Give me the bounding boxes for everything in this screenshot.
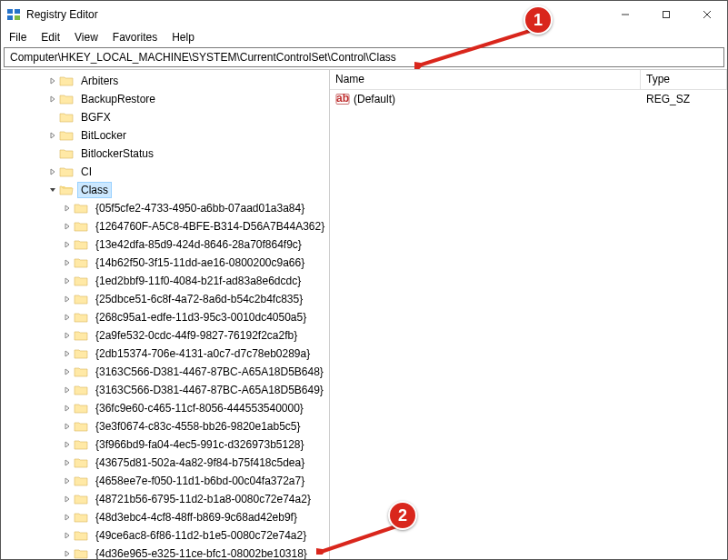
menu-favorites[interactable]: Favorites: [106, 29, 164, 45]
tree-node[interactable]: {268c95a1-edfe-11d3-95c3-0010dc4050a5}: [3, 308, 329, 326]
tree-node[interactable]: {3163C566-D381-4467-87BC-A65A18D5B649}: [3, 381, 329, 399]
tree-node[interactable]: {43675d81-502a-4a82-9f84-b75f418c5dea}: [3, 454, 329, 472]
annotation-badge-1: 1: [524, 5, 553, 35]
chevron-right-icon[interactable]: [61, 405, 74, 412]
tree-node[interactable]: Arbiters: [3, 72, 329, 90]
annotation-badge-2: 2: [388, 501, 417, 530]
chevron-right-icon[interactable]: [46, 77, 59, 85]
tree-node[interactable]: {4658ee7e-f050-11d1-b6bd-00c04fa372a7}: [3, 472, 329, 490]
folder-icon: [74, 420, 88, 433]
tree-node[interactable]: BGFX: [3, 108, 329, 126]
window-controls: [604, 1, 727, 28]
folder-icon: [74, 202, 88, 215]
titlebar: Registry Editor: [1, 1, 727, 28]
tree-node-label: {36fc9e60-c465-11cf-8056-444553540000}: [92, 400, 307, 416]
chevron-right-icon[interactable]: [61, 223, 74, 230]
chevron-right-icon[interactable]: [61, 368, 74, 375]
tree-node[interactable]: {36fc9e60-c465-11cf-8056-444553540000}: [3, 399, 329, 417]
tree-node[interactable]: {3e3f0674-c83c-4558-bb26-9820e1ab5c5}: [3, 417, 329, 435]
svg-rect-3: [15, 15, 20, 20]
tree-node-label: {2db15374-706e-4131-a0c7-d7c78eb0289a}: [92, 345, 314, 362]
tree-node[interactable]: {48721b56-6795-11d2-b1a8-0080c72e74a2}: [3, 490, 329, 508]
menu-edit[interactable]: Edit: [35, 29, 66, 45]
folder-icon: [59, 165, 74, 178]
tree-node-label: {05f5cfe2-4733-4950-a6bb-07aad01a3a84}: [92, 200, 308, 216]
chevron-right-icon[interactable]: [61, 477, 74, 485]
tree-node[interactable]: BitLocker: [3, 126, 329, 145]
maximize-button[interactable]: [645, 1, 686, 28]
chevron-right-icon[interactable]: [61, 295, 74, 303]
tree-node-label: {48721b56-6795-11d2-b1a8-0080c72e74a2}: [92, 491, 314, 507]
window-title: Registry Editor: [26, 8, 98, 21]
folder-icon: [74, 293, 88, 305]
tree-node-label: {49ce6ac8-6f86-11d2-b1e5-0080c72e74a2}: [92, 527, 310, 544]
registry-editor-window: Registry Editor File Edit View Favorites…: [0, 0, 728, 560]
folder-icon: [74, 456, 88, 469]
tree-node[interactable]: {49ce6ac8-6f86-11d2-b1e5-0080c72e74a2}: [3, 526, 329, 545]
tree-node[interactable]: {13e42dfa-85d9-424d-8646-28a70f864f9c}: [3, 235, 329, 254]
tree-node[interactable]: {2a9fe532-0cdc-44f9-9827-76192f2ca2fb}: [3, 326, 329, 345]
chevron-right-icon[interactable]: [61, 386, 74, 394]
chevron-right-icon[interactable]: [61, 259, 74, 266]
chevron-right-icon[interactable]: [61, 241, 74, 248]
tree-node[interactable]: {1264760F-A5C8-4BFE-B314-D56A7B44A362}: [3, 217, 329, 235]
chevron-right-icon[interactable]: [61, 423, 74, 430]
chevron-right-icon[interactable]: [61, 332, 74, 339]
tree-node-label: {13e42dfa-85d9-424d-8646-28a70f864f9c}: [92, 236, 305, 253]
tree-node[interactable]: {14b62f50-3f15-11dd-ae16-0800200c9a66}: [3, 254, 329, 272]
col-name-header[interactable]: Name: [330, 70, 641, 89]
chevron-right-icon[interactable]: [61, 314, 74, 321]
tree-node-label: Arbiters: [77, 73, 122, 89]
chevron-right-icon[interactable]: [61, 532, 74, 539]
list-item[interactable]: ab (Default) REG_SZ: [330, 90, 727, 108]
address-input[interactable]: [8, 50, 720, 65]
svg-rect-1: [15, 9, 20, 14]
chevron-right-icon[interactable]: [46, 95, 59, 103]
folder-icon: [74, 275, 88, 287]
tree-node-label: BitlockerStatus: [77, 145, 157, 162]
list-body[interactable]: ab (Default) REG_SZ: [330, 90, 727, 559]
folder-icon: [59, 75, 74, 87]
chevron-right-icon[interactable]: [46, 168, 59, 175]
tree-node[interactable]: BackupRestore: [3, 90, 329, 108]
chevron-right-icon[interactable]: [61, 459, 74, 466]
close-button[interactable]: [686, 1, 727, 28]
tree-node-label: {25dbce51-6c8f-4a72-8a6d-b54c2b4fc835}: [92, 291, 306, 307]
menu-view[interactable]: View: [68, 29, 105, 45]
tree-node[interactable]: {2db15374-706e-4131-a0c7-d7c78eb0289a}: [3, 345, 329, 363]
address-bar[interactable]: [4, 47, 724, 67]
tree-node[interactable]: {25dbce51-6c8f-4a72-8a6d-b54c2b4fc835}: [3, 290, 329, 308]
tree-node[interactable]: CI: [3, 163, 329, 181]
chevron-right-icon[interactable]: [61, 495, 74, 503]
tree-node[interactable]: {3163C566-D381-4467-87BC-A65A18D5B648}: [3, 363, 329, 381]
value-type: REG_SZ: [641, 93, 727, 105]
tree-node[interactable]: {1ed2bbf9-11f0-4084-b21f-ad83a8e6dcdc}: [3, 272, 329, 290]
minimize-button[interactable]: [604, 1, 645, 28]
folder-icon: [74, 365, 88, 378]
folder-icon: [74, 311, 88, 324]
col-type-header[interactable]: Type: [641, 70, 727, 89]
tree-node[interactable]: Class: [3, 181, 329, 199]
tree-pane[interactable]: ArbitersBackupRestoreBGFXBitLockerBitloc…: [1, 70, 330, 559]
tree-node[interactable]: {4d36e965-e325-11ce-bfc1-08002be10318}: [3, 545, 329, 559]
chevron-right-icon[interactable]: [46, 132, 59, 139]
folder-icon: [59, 93, 74, 105]
tree-node-label: CI: [77, 164, 95, 180]
tree-node[interactable]: {05f5cfe2-4733-4950-a6bb-07aad01a3a84}: [3, 199, 329, 217]
chevron-right-icon[interactable]: [61, 277, 74, 285]
chevron-down-icon[interactable]: [46, 186, 59, 194]
svg-rect-0: [7, 9, 13, 14]
chevron-right-icon[interactable]: [61, 550, 74, 557]
chevron-right-icon[interactable]: [61, 514, 74, 521]
tree-node-label: {268c95a1-edfe-11d3-95c3-0010dc4050a5}: [92, 309, 310, 325]
tree-node[interactable]: BitlockerStatus: [3, 145, 329, 163]
chevron-right-icon[interactable]: [61, 441, 74, 448]
tree-node[interactable]: {3f966bd9-fa04-4ec5-991c-d326973b5128}: [3, 435, 329, 454]
folder-icon: [74, 529, 88, 542]
chevron-right-icon[interactable]: [61, 350, 74, 357]
menu-file[interactable]: File: [3, 29, 33, 45]
tree-node[interactable]: {48d3ebc4-4cf8-48ff-b869-9c68ad42eb9f}: [3, 508, 329, 526]
chevron-right-icon[interactable]: [61, 205, 74, 212]
menu-help[interactable]: Help: [165, 29, 201, 45]
folder-icon: [59, 111, 74, 124]
